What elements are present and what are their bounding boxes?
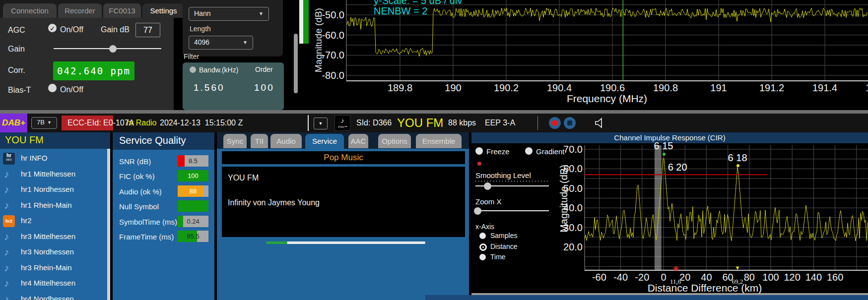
channel-select-value: 7B [37, 119, 45, 126]
quality-bar: 88 [178, 185, 208, 197]
cir-x-tick: 160 [815, 272, 855, 283]
quality-bar: 95.5 [178, 231, 208, 242]
bias-t-toggle-label: On/Off [60, 85, 83, 94]
list-item-hr3-mittelhessen[interactable]: ♪hr3 Mittelhessen [0, 230, 107, 245]
music-note-icon: ♪ [335, 116, 350, 125]
gain-label: Gain [8, 45, 25, 54]
genre-text: Pop Music [324, 153, 363, 162]
quality-bar [178, 200, 208, 212]
horizontal-separator [0, 110, 868, 114]
tab-connection[interactable]: Connection [3, 3, 57, 18]
agc-checkbox[interactable]: ✓ [48, 24, 57, 32]
gain-slider-track[interactable] [54, 48, 161, 49]
cir-y-tick: 40.0 [548, 202, 583, 214]
music-note-icon: ♪ [4, 294, 9, 300]
triangle_down-marker-icon: ▼ [734, 265, 740, 271]
tab-ensemble[interactable]: Ensemble [416, 134, 462, 148]
agc-toggle-label: On/Off [60, 25, 83, 34]
current-service-name: YOU FM [397, 114, 443, 132]
cir-x-axis-label: Distance Difference (km) [630, 282, 779, 294]
list-item-hr4-mittelhessen[interactable]: ♪hr4 Mittelhessen [0, 277, 107, 292]
order-label: Order [255, 65, 273, 73]
window-select[interactable]: Hann ▼ [189, 7, 269, 21]
logo-line1: hr2 [3, 215, 15, 227]
list-item-hr3-rhein-main[interactable]: ♪hr3 Rhein-Main [0, 261, 107, 277]
bandwidth-radio[interactable] [190, 66, 196, 73]
list-item-hr2[interactable]: hr2hr2 [0, 214, 107, 230]
now-playing-service: YOU FM [228, 174, 259, 182]
cir-y-tick: 50.0 [548, 183, 583, 194]
tab-recorder[interactable]: Recorder [58, 3, 102, 18]
correction-value: 042.640 ppm [57, 65, 131, 76]
tab-fc0013[interactable]: FC0013 [103, 3, 141, 18]
logo-line2: INFO [3, 159, 15, 161]
stop-button[interactable] [564, 117, 576, 129]
music-note-icon: ♪ [4, 278, 9, 289]
chevron-down-icon: ▼ [259, 11, 264, 16]
tab-service[interactable]: Service [305, 134, 344, 149]
xaxis-radio-distance[interactable] [479, 243, 487, 251]
spectrum-x-axis-label: Frequency (MHz) [533, 93, 681, 105]
channel-select[interactable]: 7B ▼ [31, 117, 57, 129]
spectrum-x-tick: 190 [433, 82, 473, 94]
spectrum-x-tick: 189.8 [380, 82, 420, 94]
tab-settings[interactable]: Settings [142, 3, 185, 18]
rf-spectrum-panel: y-Scale: = 5 dB / div NENBW = 2 Magnitud… [309, 0, 868, 110]
dab-mode-badge: DAB+ [0, 114, 27, 132]
cir-y-tick: 60.0 [548, 163, 583, 175]
list-item-label: hr1 Mittelhessen [21, 170, 75, 178]
music-note-icon: ♪ [4, 200, 9, 211]
spectrum-x-tick: 191 [699, 82, 738, 94]
tab-sync[interactable]: Sync [223, 134, 247, 148]
spectrum-x-tick: 191.4 [805, 82, 845, 94]
music-note-icon: ♪ [4, 184, 9, 195]
mute-button[interactable] [594, 117, 606, 129]
quality-bar: 0.24 [178, 216, 208, 227]
list-item-label: hr1 Rhein-Main [21, 201, 72, 209]
quality-label: SymbolTime (ms) [119, 218, 177, 226]
bias-t-radio[interactable] [48, 84, 57, 92]
tab-aac[interactable]: AAC [348, 134, 368, 148]
gain-db-field[interactable]: 77 [135, 23, 160, 37]
scrollbar[interactable] [294, 34, 298, 93]
bitrate: 88 kbps [448, 116, 476, 130]
tab-audio[interactable]: Audio [270, 134, 302, 148]
spectrum-x-tick: 190.8 [646, 82, 685, 94]
list-item-label: hr INFO [21, 154, 47, 162]
xaxis-option-label: Time [490, 253, 506, 261]
music-note-icon: ♪ [4, 231, 9, 242]
quality-value: 8.5 [178, 155, 208, 167]
agc-label: AGC [8, 26, 25, 35]
service-dropdown-button[interactable]: ▼ [314, 118, 328, 129]
tii-label: 6 18 [728, 152, 747, 164]
quality-value: 0.24 [178, 216, 208, 227]
quality-label: FIC (ok %) [119, 172, 155, 180]
list-item-label: hr3 Nordhessen [21, 247, 74, 256]
bandwidth-label: Bandw.(kHz) [199, 66, 238, 74]
filter-group: Bandw.(kHz) Order 1.560 100 [183, 62, 284, 110]
order-value: 100 [254, 82, 274, 93]
list-item-hr1-rhein-main[interactable]: ♪hr1 Rhein-Main [0, 199, 107, 214]
list-item-hr-info[interactable]: hrINFOhr INFO [0, 152, 107, 167]
record-button[interactable] [549, 117, 561, 129]
list-item-hr1-nordhessen[interactable]: ♪hr1 Nordhessen [0, 183, 107, 198]
list-item-hr3-nordhessen[interactable]: ♪hr3 Nordhessen [0, 245, 107, 261]
service-list-header: YOU FM [0, 132, 110, 149]
list-item-hr1-mittelhessen[interactable]: ♪hr1 Mittelhessen [0, 168, 107, 183]
xaxis-radio-samples[interactable] [479, 233, 486, 239]
list-item-hr4-nordhessen[interactable]: ♪hr4 Nordhessen [0, 293, 107, 300]
length-select[interactable]: 4096 ▼ [189, 36, 253, 50]
list-item-label: hr4 Nordhessen [21, 295, 74, 300]
radio-dot [482, 246, 484, 248]
quality-label: SNR (dB) [119, 157, 151, 166]
xaxis-radio-time[interactable] [479, 254, 486, 260]
scrollbar[interactable] [107, 149, 110, 300]
ecc-eid-badge: ECC-EId: E0-107A [62, 116, 113, 130]
gain-db-label: Gain dB [101, 25, 130, 34]
provider-name: hr Radio [127, 116, 156, 130]
tab-tii[interactable]: TII [251, 134, 268, 148]
tab-options[interactable]: Options [378, 134, 411, 148]
bias-t-label: Bias-T [8, 86, 31, 95]
spectrum-y-tick: -60.0 [309, 30, 344, 41]
chevron-down-icon: ▼ [243, 40, 248, 45]
